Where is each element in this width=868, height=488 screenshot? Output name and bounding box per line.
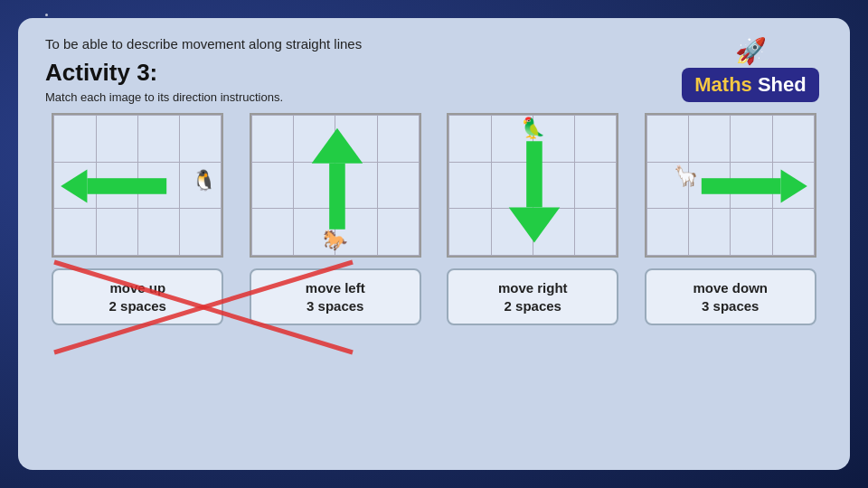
label-btn-4[interactable]: move down 3 spaces (645, 268, 816, 325)
grid-column-4: 🦙 move down 3 spaces (638, 113, 824, 325)
label-3-line2: 2 spaces (505, 298, 561, 314)
label-4-line2: 3 spaces (702, 298, 759, 314)
logo-shed: Shed (758, 73, 807, 96)
logo-rocket-icon: 🚀 (735, 36, 767, 66)
grid-1: 🐧 (52, 113, 223, 258)
grid-4: 🦙 (645, 113, 816, 258)
grids-row: 🐧 move up 2 spaces 🐎 (45, 113, 823, 325)
grid-column-2: 🐎 move left 3 spaces (243, 113, 429, 325)
animal-2: 🐎 (323, 229, 347, 252)
grid-2: 🐎 (250, 113, 421, 258)
label-1-line2: 2 spaces (109, 298, 166, 314)
label-2-line2: 3 spaces (307, 298, 363, 314)
label-btn-2[interactable]: move left 3 spaces (250, 268, 421, 325)
grid-column-3: 🦜 move right 2 spaces (440, 113, 626, 325)
animal-4: 🦙 (674, 164, 698, 188)
label-3-line1: move right (498, 280, 568, 296)
label-4-line1: move down (693, 280, 768, 296)
grid-3: 🦜 (447, 113, 618, 258)
objective-text: To be able to describe movement along st… (45, 36, 678, 52)
instruction-text: Match each image to its direction instru… (45, 90, 678, 104)
logo-maths: Maths (694, 73, 752, 96)
label-2-line1: move left (306, 280, 365, 296)
label-1-line1: move up (109, 280, 165, 296)
header-text: To be able to describe movement along st… (45, 36, 678, 104)
header: To be able to describe movement along st… (45, 36, 823, 104)
main-card: To be able to describe movement along st… (18, 18, 850, 470)
label-btn-1[interactable]: move up 2 spaces (52, 268, 223, 325)
label-btn-3[interactable]: move right 2 spaces (447, 268, 618, 325)
grid-column-1: 🐧 move up 2 spaces (45, 113, 231, 325)
animal-1: 🐧 (192, 169, 216, 192)
animal-3: 🦜 (521, 117, 545, 140)
logo-text: Maths Shed (682, 68, 818, 102)
star (45, 14, 48, 16)
activity-title: Activity 3: (45, 59, 678, 87)
logo-area: 🚀 Maths Shed (678, 36, 823, 102)
grid-table-4 (646, 115, 815, 256)
